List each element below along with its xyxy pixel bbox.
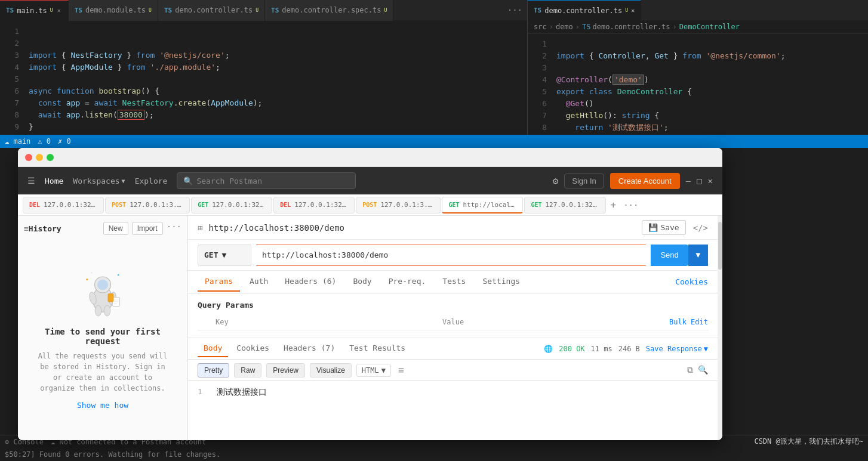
response-body-text: 测试数据接口 bbox=[217, 387, 267, 434]
resp-tab-body[interactable]: Body bbox=[198, 340, 228, 357]
sidebar-header: ≡ History New Import ··· bbox=[24, 222, 181, 235]
save-response-btn[interactable]: Save Response ▼ bbox=[646, 345, 708, 353]
format-preview-btn[interactable]: Preview bbox=[266, 363, 305, 378]
tab-params[interactable]: Params bbox=[198, 272, 240, 292]
bulk-edit-btn[interactable]: Bulk Edit bbox=[669, 318, 708, 326]
code-content-right: import { Controller, Get } from '@nestjs… bbox=[552, 33, 868, 148]
req-tab-del-1[interactable]: DEL 127.0.0.1:32... bbox=[23, 197, 104, 214]
lang-dropdown-icon: ▼ bbox=[381, 366, 386, 375]
show-me-how-link[interactable]: Show me how bbox=[77, 401, 128, 410]
sidebar-more-icon[interactable]: ··· bbox=[167, 222, 181, 235]
sign-in-button[interactable]: Sign In bbox=[564, 174, 604, 188]
search-response-icon[interactable]: 🔍 bbox=[698, 365, 708, 375]
tab-right-controller[interactable]: TS demo.controller.ts U ✕ bbox=[528, 0, 641, 21]
save-button[interactable]: 💾 Save bbox=[642, 220, 685, 235]
cookies-link[interactable]: Cookies bbox=[675, 277, 708, 286]
tab-auth[interactable]: Auth bbox=[242, 272, 275, 292]
import-button[interactable]: Import bbox=[132, 222, 163, 235]
req-tab-post-2[interactable]: POST 127.0.0.1:3... bbox=[356, 197, 441, 214]
tab-demo-controller-spec[interactable]: TS demo.controller.spec.ts U bbox=[265, 0, 393, 21]
close-icon[interactable]: ✕ bbox=[708, 176, 713, 185]
globe-icon: 🌐 bbox=[544, 345, 553, 353]
resp-tab-test-results[interactable]: Test Results bbox=[343, 340, 411, 357]
format-raw-btn[interactable]: Raw bbox=[234, 363, 261, 378]
filter-icon[interactable]: ≡ bbox=[24, 224, 29, 233]
tab-tests[interactable]: Tests bbox=[435, 272, 473, 292]
send-button[interactable]: Send bbox=[651, 245, 688, 266]
send-dropdown-btn[interactable]: ▼ bbox=[688, 245, 708, 266]
breadcrumb-demo: demo bbox=[556, 23, 573, 31]
resp-tab-headers[interactable]: Headers (7) bbox=[278, 340, 341, 357]
tab-more-btn[interactable]: ··· bbox=[503, 5, 527, 15]
req-tab-get-3[interactable]: GET 127.0.0.1:32... bbox=[524, 197, 605, 214]
tab-headers[interactable]: Headers (6) bbox=[278, 272, 343, 292]
language-select[interactable]: HTML ▼ bbox=[356, 364, 391, 377]
vertical-scrollbar[interactable] bbox=[718, 216, 722, 440]
code-content-left: import { NestFactory } from '@nestjs/cor… bbox=[24, 21, 527, 148]
url-label: 127.0.0.1:3... bbox=[130, 201, 183, 209]
breadcrumb-file: TS demo.controller.ts bbox=[582, 23, 670, 31]
minimize-window-btn[interactable] bbox=[36, 154, 43, 161]
postman-body: ≡ History New Import ··· bbox=[18, 216, 722, 440]
tab-demo-controller[interactable]: TS demo.controller.ts U bbox=[158, 0, 265, 21]
query-params-title: Query Params bbox=[198, 301, 708, 310]
tab-body[interactable]: Body bbox=[346, 272, 378, 292]
tab-close[interactable]: ✕ bbox=[56, 6, 62, 15]
postman-titlebar bbox=[18, 148, 722, 167]
tab-close-right[interactable]: ✕ bbox=[631, 7, 635, 14]
minimize-icon[interactable]: — bbox=[686, 176, 691, 185]
wrap-text-icon[interactable]: ≡ bbox=[396, 364, 407, 376]
ts-icon: TS bbox=[164, 7, 172, 14]
scrollbar-thumb[interactable] bbox=[718, 222, 722, 270]
method-select[interactable]: GET ▼ bbox=[198, 245, 251, 266]
nav-home[interactable]: Home bbox=[45, 177, 63, 185]
sidebar-actions: New Import ··· bbox=[103, 222, 181, 235]
tab-main-ts[interactable]: TS main.ts U ✕ bbox=[0, 0, 69, 21]
tab-overflow-btn[interactable]: ··· bbox=[621, 200, 641, 210]
close-window-btn[interactable] bbox=[25, 154, 32, 161]
svg-rect-11 bbox=[108, 293, 113, 302]
nav-explore[interactable]: Explore bbox=[135, 177, 168, 185]
restore-icon[interactable]: □ bbox=[697, 176, 701, 185]
status-warnings: ✗ 0 bbox=[58, 137, 71, 146]
hamburger-icon[interactable]: ☰ bbox=[27, 176, 35, 185]
params-section: Query Params Key Value Bulk Edit bbox=[188, 293, 718, 338]
format-pretty-btn[interactable]: Pretty bbox=[198, 363, 229, 378]
breadcrumb-class: DemoController bbox=[679, 23, 740, 31]
postman-navbar: ☰ Home Workspaces▼ Explore 🔍 Search Post… bbox=[18, 167, 722, 194]
response-time: 11 ms bbox=[591, 345, 612, 353]
url-input[interactable] bbox=[256, 245, 646, 266]
left-code-editor: 123456789 import { NestFactory } from '@… bbox=[0, 21, 527, 148]
search-postman[interactable]: 🔍 Search Postman bbox=[177, 172, 356, 189]
nav-workspaces[interactable]: Workspaces▼ bbox=[73, 177, 125, 185]
method-label: POST bbox=[112, 202, 126, 208]
nav-right: ⚙ Sign In Create Account — □ ✕ bbox=[553, 173, 713, 189]
settings-icon[interactable]: ⚙ bbox=[553, 175, 559, 187]
method-dropdown-icon: ▼ bbox=[221, 250, 226, 259]
tab-label: main.ts bbox=[17, 7, 47, 15]
resp-tab-cookies[interactable]: Cookies bbox=[230, 340, 275, 357]
create-account-button[interactable]: Create Account bbox=[610, 173, 680, 189]
req-tab-get-1[interactable]: GET 127.0.0.1:32... bbox=[191, 197, 272, 214]
new-button[interactable]: New bbox=[103, 222, 128, 235]
format-visualize-btn[interactable]: Visualize bbox=[310, 363, 352, 378]
code-snippet-icon[interactable]: </> bbox=[693, 223, 708, 233]
tab-modified: U bbox=[149, 8, 152, 13]
status-code: 200 OK bbox=[559, 345, 584, 353]
add-tab-btn[interactable]: + bbox=[607, 199, 620, 211]
tab-prereq[interactable]: Pre-req. bbox=[381, 272, 433, 292]
copy-icon[interactable]: ⧉ bbox=[687, 365, 693, 375]
right-code-editor: 123456789 import { Controller, Get } fro… bbox=[528, 33, 868, 148]
sidebar-empty-state: Time to send your first request All the … bbox=[24, 241, 181, 434]
tab-demo-module[interactable]: TS demo.module.ts U bbox=[69, 0, 158, 21]
response-toolbar-icons: ⧉ 🔍 bbox=[687, 365, 708, 375]
req-tab-get-2[interactable]: GET http://localh... bbox=[442, 197, 523, 214]
req-tab-post-1[interactable]: POST 127.0.0.1:3... bbox=[105, 197, 190, 214]
tab-settings[interactable]: Settings bbox=[475, 272, 527, 292]
astronaut-illustration bbox=[76, 266, 130, 320]
tab-label: demo.module.ts bbox=[85, 6, 146, 14]
empty-state-desc: All the requests you send will be stored… bbox=[36, 351, 170, 394]
req-tab-del-2[interactable]: DEL 127.0.0.1:32... bbox=[273, 197, 355, 214]
url-label: 127.0.0.1:32... bbox=[44, 201, 97, 209]
maximize-window-btn[interactable] bbox=[47, 154, 54, 161]
